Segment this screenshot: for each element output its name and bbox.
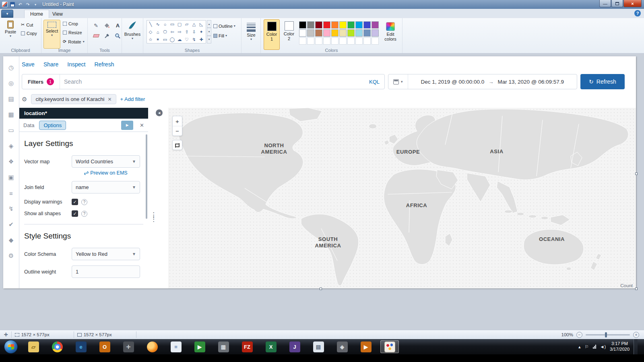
- palette-color[interactable]: [307, 21, 314, 29]
- help-icon[interactable]: ?: [81, 199, 87, 205]
- show-desktop-button[interactable]: [634, 339, 638, 354]
- palette-color[interactable]: [372, 29, 379, 37]
- join-field-select[interactable]: name▼: [72, 181, 140, 193]
- date-from[interactable]: Dec 1, 2019 @ 00:00:00.0: [421, 79, 485, 85]
- help-icon[interactable]: ?: [634, 10, 641, 16]
- draw-bounds-button[interactable]: [172, 140, 182, 150]
- shapes-scroll-up[interactable]: ▲: [207, 20, 211, 28]
- palette-color[interactable]: [315, 21, 322, 29]
- palette-color[interactable]: [339, 21, 347, 29]
- rounded-callout-shape[interactable]: ▭: [161, 36, 169, 43]
- right-triangle-shape[interactable]: ◺: [198, 21, 205, 28]
- palette-color[interactable]: [347, 37, 355, 45]
- help-icon[interactable]: ?: [81, 211, 87, 217]
- palette-color[interactable]: [372, 21, 379, 29]
- palette-color[interactable]: [323, 21, 330, 29]
- palette-color[interactable]: [299, 29, 306, 37]
- left-arrow-shape[interactable]: ⇦: [169, 28, 176, 36]
- paste-button[interactable]: Paste▾: [2, 20, 19, 38]
- save-icon[interactable]: [10, 2, 15, 7]
- menu-refresh[interactable]: Refresh: [94, 61, 114, 68]
- cloud-callout-shape[interactable]: ☁: [176, 36, 183, 43]
- diamond-shape[interactable]: ◇: [147, 28, 154, 36]
- hexagon-shape[interactable]: ⎔: [161, 28, 169, 36]
- panel-scrollbar[interactable]: [146, 134, 147, 219]
- magnifier-tool[interactable]: [113, 31, 123, 41]
- collapse-panel-button[interactable]: ◀: [156, 109, 163, 116]
- palette-color[interactable]: [372, 37, 379, 45]
- down-arrow-shape[interactable]: ⇩: [190, 28, 198, 36]
- system-config-icon[interactable]: ✛: [119, 340, 138, 353]
- maps-icon[interactable]: ◈: [7, 142, 15, 150]
- shapes-more[interactable]: ▼: [207, 36, 211, 43]
- date-to[interactable]: Mar 13, 2020 @ 06:09:57.9: [497, 79, 564, 85]
- display-warnings-checkbox[interactable]: ✓: [72, 199, 78, 205]
- palette-color[interactable]: [355, 29, 363, 37]
- uptime-icon[interactable]: ✔: [7, 220, 15, 228]
- chrome-icon[interactable]: [48, 340, 66, 353]
- select-button[interactable]: Select▾: [43, 20, 60, 49]
- close-button[interactable]: ×: [623, 0, 642, 7]
- outline-button[interactable]: Outline▾: [213, 22, 239, 30]
- line-shape[interactable]: ╲: [147, 21, 154, 28]
- windows-explorer-icon[interactable]: ▱: [24, 340, 43, 353]
- up-arrow-shape[interactable]: ⇧: [183, 28, 190, 36]
- palette-color[interactable]: [363, 21, 371, 29]
- palette-color[interactable]: [347, 29, 355, 37]
- discover-icon[interactable]: ◎: [7, 79, 15, 87]
- palette-color[interactable]: [363, 29, 371, 37]
- map-canvas[interactable]: NORTH AMERICA EUROPE ASIA AFRICA SOUTH A…: [168, 108, 636, 288]
- palette-color[interactable]: [307, 37, 314, 45]
- triangle-shape[interactable]: △: [190, 21, 198, 28]
- monitor-app-icon[interactable]: ▥: [214, 340, 233, 353]
- filter-pill[interactable]: city.keyword is one of Karachi ✕: [31, 94, 116, 104]
- size-button[interactable]: Size▾: [243, 21, 260, 41]
- panel-close-icon[interactable]: ✕: [140, 122, 144, 128]
- zoom-in-button[interactable]: +: [173, 116, 182, 126]
- purple-app-icon[interactable]: J: [285, 340, 304, 353]
- apm-icon[interactable]: ↯: [7, 205, 15, 213]
- five-point-star-shape[interactable]: ☆: [147, 36, 154, 43]
- outlook-icon[interactable]: O: [95, 340, 114, 353]
- pentagon-shape[interactable]: ⌂: [154, 28, 161, 36]
- menu-inspect[interactable]: Inspect: [67, 61, 85, 68]
- wordpad-icon[interactable]: ≡: [167, 340, 185, 353]
- six-point-star-shape[interactable]: ✶: [154, 36, 161, 43]
- recently-viewed-icon[interactable]: ◷: [7, 64, 15, 72]
- palette-color[interactable]: [339, 29, 347, 37]
- crop-button[interactable]: Crop: [63, 21, 78, 26]
- notepad-icon[interactable]: ▤: [309, 340, 328, 353]
- curve-shape[interactable]: ∿: [154, 21, 161, 28]
- maximize-button[interactable]: [611, 0, 623, 7]
- panel-resize-handle[interactable]: ⋮⋮: [150, 213, 157, 221]
- palette-color[interactable]: [355, 37, 363, 45]
- minimize-button[interactable]: —: [599, 0, 611, 7]
- media-share-icon[interactable]: ▶: [190, 340, 209, 353]
- zoom-slider-thumb[interactable]: [605, 332, 607, 337]
- tab-home[interactable]: Home: [24, 10, 49, 18]
- gear-icon[interactable]: ⚙: [22, 96, 27, 103]
- menu-share[interactable]: Share: [43, 61, 58, 68]
- palette-color[interactable]: [315, 29, 322, 37]
- brushes-button[interactable]: Brushes▾: [124, 20, 141, 40]
- management-icon[interactable]: ⚙: [7, 252, 15, 260]
- canvas-resize-handle-bottom[interactable]: [320, 288, 322, 290]
- tab-options[interactable]: Options: [39, 121, 66, 130]
- pencil-tool[interactable]: ✎: [91, 21, 101, 30]
- rectangle-shape[interactable]: ▭: [169, 21, 176, 28]
- zoom-out-icon[interactable]: −: [576, 332, 582, 338]
- media-player-icon[interactable]: ▶: [357, 340, 375, 353]
- add-filter-link[interactable]: + Add filter: [120, 96, 145, 102]
- siem-icon[interactable]: ◆: [7, 236, 15, 244]
- menu-save[interactable]: Save: [22, 61, 35, 68]
- refresh-button[interactable]: ↻ Refresh: [580, 74, 625, 89]
- volume-icon[interactable]: ◄): [600, 344, 606, 349]
- taskbar-clock[interactable]: 3:17 PM 3/17/2020: [610, 341, 630, 352]
- shapes-scroll-down[interactable]: ▼: [207, 28, 211, 35]
- palette-color[interactable]: [299, 37, 306, 45]
- color-schema-select[interactable]: Yellow to Red▼: [72, 248, 140, 260]
- excel-icon[interactable]: X: [262, 340, 280, 353]
- firefox-icon[interactable]: [143, 340, 161, 353]
- canvas-resize-handle-right[interactable]: [635, 173, 638, 175]
- start-button[interactable]: [4, 340, 18, 354]
